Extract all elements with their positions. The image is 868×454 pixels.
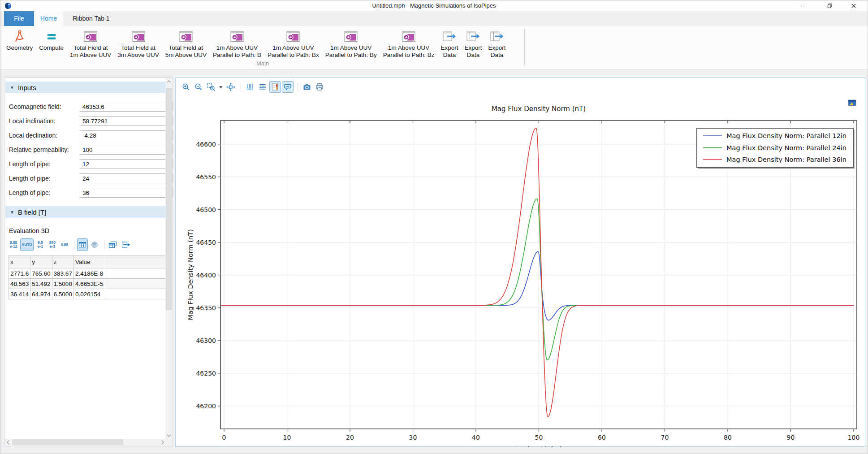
length-of-pipe-input-6[interactable] [80,188,173,198]
format-button-label: 8.5 e-1 [38,241,43,249]
format-engineering-button[interactable]: 8.5 e-1 [35,238,46,251]
table-cell [106,289,167,299]
scroll-up-icon[interactable] [165,78,173,85]
axis-icon [246,82,255,91]
format-button-label: AUTO [22,243,32,247]
section-header-inputs[interactable]: ▼ Inputs [5,82,166,93]
ribbon-button-compute[interactable]: Compute [36,28,67,53]
zoom-out-icon [194,82,203,91]
length-of-pipe-input-5[interactable] [80,173,173,183]
ribbon-tab-bar: File Home Ribbon Tab 1 [0,11,868,26]
plot-icon [229,29,245,43]
ribbon-button-1m-above-uuv-parallel-to-path-b[interactable]: 1m Above UUV Parallel to Path: B [210,28,264,60]
grid-icon [258,82,267,91]
ribbon-button-1m-above-uuv-parallel-to-path-bz[interactable]: 1m Above UUV Parallel to Path: Bz [380,28,438,60]
plot-window-badge-icon[interactable] [848,99,857,107]
graphics-toolbar [180,81,326,93]
length-of-pipe-input-4[interactable] [80,159,173,169]
table-column-header[interactable]: Value [73,255,106,268]
scroll-down-icon[interactable] [165,432,173,439]
tab-file[interactable]: File [4,11,34,26]
horizontal-scroll-thumb[interactable] [12,439,123,445]
image-snapshot-button[interactable] [301,81,313,93]
table-cell: 51.492 [30,279,52,289]
vertical-scrollbar[interactable] [165,78,173,439]
plot-icon [343,29,358,43]
table-row[interactable]: 36.41464.9746.50000.026154 [9,289,167,299]
table-column-header[interactable]: x [9,255,30,268]
zoom-out-button[interactable] [193,81,204,93]
zoom-in-button[interactable] [180,81,192,93]
field-row: Length of pipe: [4,188,173,198]
restore-button[interactable] [820,0,840,11]
show-axis-button[interactable] [244,81,256,93]
extents-icon [226,82,236,91]
ribbon-button-total-field-at-1m-above-uuv[interactable]: Total Field at 1m Above UUV [67,28,114,60]
close-button[interactable] [843,0,864,11]
format-scientific-button[interactable]: 8.85 e-12 [8,238,19,251]
ribbon-button-total-field-at-5m-above-uuv[interactable]: Total Field at 5m Above UUV [162,28,210,60]
geomagnetic-field-input-0[interactable] [80,102,173,112]
full-precision-button[interactable] [89,238,100,251]
show-grid-button[interactable] [257,81,268,93]
svg-text:46250: 46250 [196,370,216,377]
ribbon-button-export-data[interactable]: Export Data [485,28,509,60]
table-row[interactable]: 48.56351.4921.50004.6653E-5 [9,279,167,289]
table-column-header[interactable]: z [52,255,73,268]
restore-icon [826,2,833,9]
format-auto-button[interactable]: AUTO [20,238,34,251]
field-row: Local declination: [4,130,173,140]
plot-tooltip-button[interactable] [282,81,294,93]
table-column-header[interactable] [106,255,167,268]
local-declination-input-2[interactable] [80,130,173,140]
field-label: Length of pipe: [9,160,51,168]
geometry-icon [12,29,27,43]
tab-ribbon-1[interactable]: Ribbon Tab 1 [63,11,119,26]
local-inclination-input-1[interactable] [80,116,173,126]
horizontal-scrollbar[interactable] [4,439,166,446]
scroll-left-icon[interactable] [4,439,12,446]
ribbon-button-label: Total Field at 5m Above UUV [165,44,207,59]
tab-home[interactable]: Home [34,11,63,26]
table-icon [78,241,86,248]
ribbon-button-geometry[interactable]: Geometry [3,28,36,53]
table-cell: 0.026154 [73,289,106,299]
relative-permeability-input-3[interactable] [80,145,173,155]
settings-panel: ▼ Inputs Geomagnetic field:Local inclina… [4,78,173,446]
copy-table-button[interactable] [107,238,119,251]
ribbon-button-1m-above-uuv-parallel-to-path-bx[interactable]: 1m Above UUV Parallel to Path: Bx [264,28,322,60]
show-legends-button[interactable] [269,81,281,93]
minimize-button[interactable] [792,0,813,11]
ribbon-button-1m-above-uuv-parallel-to-path-by[interactable]: 1m Above UUV Parallel to Path: By [322,28,380,60]
legend-entry: Mag Flux Density Norm: Parallel 12in [726,132,846,139]
svg-text:46200: 46200 [196,402,216,410]
vertical-scroll-thumb[interactable] [166,88,172,310]
field-row: Geomagnetic field: [4,102,173,112]
table-cell [106,279,167,289]
app-window: Untitled.mph - Magnetic Simulations of I… [0,0,868,454]
format-milli-button[interactable]: 850 e-3 [47,238,58,251]
ribbon-button-export-data[interactable]: Export Data [437,28,461,60]
ribbon-group-separator [524,29,525,65]
minimize-icon [799,2,806,9]
table-row[interactable]: 2771.6765.60383.672.4186E-8 [9,268,167,279]
print-button[interactable] [314,81,325,93]
evaluation-table-head: xyzValue [9,255,167,268]
table-view-button[interactable] [77,238,88,251]
export-table-button[interactable] [120,238,133,251]
zoom-box-dropdown[interactable] [218,81,224,93]
chart-title: Mag Flux Density Norm (nT) [492,105,586,113]
svg-text:46300: 46300 [196,337,216,344]
ribbon-button-export-data[interactable]: Export Data [461,28,485,60]
zoom-extents-button[interactable] [225,81,237,93]
table-cell: 2.4186E-8 [73,268,106,279]
format-decimal-button[interactable]: 0.85 [59,238,70,251]
ribbon-button-total-field-at-3m-above-uuv[interactable]: Total Field at 3m Above UUV [114,28,162,60]
print-icon [315,82,324,91]
section-header-bfield[interactable]: ▼ B field [T] [5,206,166,218]
svg-text:46350: 46350 [196,304,216,311]
zoom-box-button[interactable] [205,81,217,93]
table-column-header[interactable]: y [30,255,52,268]
series-line [220,252,854,320]
table-cell: 48.563 [9,279,30,289]
